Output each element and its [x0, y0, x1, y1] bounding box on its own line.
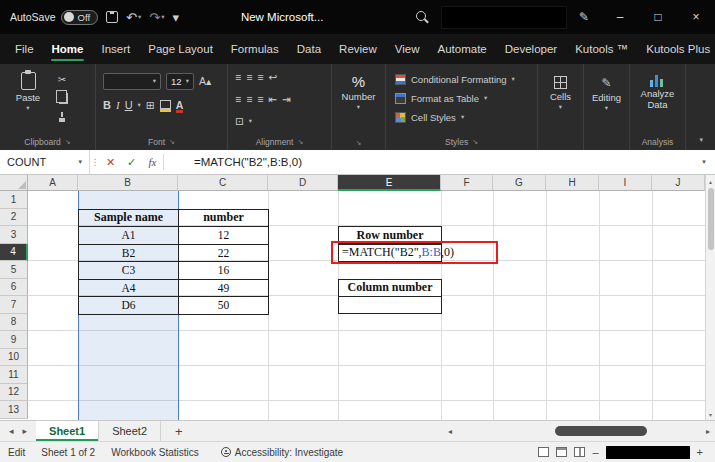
horizontal-scrollbar[interactable]: ◂ ▸	[443, 421, 715, 441]
row-header-8[interactable]: 8	[0, 314, 28, 332]
column-number-header-cell[interactable]: Column number	[338, 279, 442, 297]
table-cell[interactable]: 22	[179, 245, 269, 263]
tab-file[interactable]: File	[6, 34, 43, 64]
analyze-data-button[interactable]: AnalyzeData	[630, 74, 685, 111]
format-as-table-button[interactable]: Format as Table ▾	[395, 93, 487, 104]
save-icon[interactable]	[106, 11, 118, 23]
cancel-button[interactable]: ✕	[100, 150, 121, 174]
column-header-i[interactable]: I	[599, 175, 652, 191]
align-left-icon[interactable]: ≡	[235, 94, 241, 105]
scroll-down-icon[interactable]: ▾	[706, 408, 715, 420]
tab-kutools[interactable]: Kutools ™	[566, 34, 637, 64]
decrease-indent-icon[interactable]: ⇤	[268, 94, 277, 105]
table-cell[interactable]: 50	[179, 297, 269, 315]
chevron-down-icon[interactable]: ▾	[161, 13, 164, 21]
column-header-h[interactable]: H	[546, 175, 599, 191]
customize-qat-icon[interactable]: ▾	[172, 10, 179, 25]
sheet-tab-sheet2[interactable]: Sheet2	[99, 421, 161, 441]
tab-review[interactable]: Review	[330, 34, 386, 64]
name-box[interactable]: COUNT ▾	[0, 150, 90, 174]
chevron-down-icon[interactable]: ▾	[138, 102, 141, 109]
dialog-launcher-icon[interactable]: ↘	[65, 138, 71, 146]
align-top-icon[interactable]: ≡	[235, 72, 241, 83]
wrap-text-icon[interactable]: ↩	[268, 72, 277, 83]
column-header-a[interactable]: A	[28, 175, 78, 191]
tab-data[interactable]: Data	[288, 34, 330, 64]
increase-indent-icon[interactable]: ⇥	[282, 94, 291, 105]
column-header-f[interactable]: F	[441, 175, 493, 191]
formula-input[interactable]: =MATCH("B2",B:B,0)	[164, 150, 693, 174]
minimize-button[interactable]: –	[601, 0, 639, 34]
bold-button[interactable]: B	[103, 100, 111, 111]
row-header-1[interactable]: 1	[0, 191, 28, 209]
scroll-right-icon[interactable]: ▸	[701, 427, 715, 436]
pen-icon[interactable]: ✎	[579, 10, 589, 24]
sheet-tab-sheet1[interactable]: Sheet1	[36, 421, 99, 441]
cut-icon[interactable]: ✂	[58, 74, 66, 85]
accessibility-status[interactable]: Accessibility: Investigate	[207, 447, 343, 458]
column-header-j[interactable]: J	[652, 175, 705, 191]
tab-formulas[interactable]: Formulas	[222, 34, 288, 64]
autosave-toggle[interactable]: AutoSave Off	[10, 10, 98, 25]
insert-function-button[interactable]: fx	[142, 150, 163, 174]
autosave-pill[interactable]: Off	[61, 10, 99, 25]
previous-sheet-icon[interactable]: ◂	[9, 426, 14, 436]
new-sheet-button[interactable]: +	[161, 421, 197, 441]
close-button[interactable]: ×	[677, 0, 715, 34]
column-header-d[interactable]: D	[268, 175, 338, 191]
grow-font-icon[interactable]: A▴	[199, 76, 211, 87]
scroll-left-icon[interactable]: ◂	[443, 427, 457, 436]
cell-styles-button[interactable]: Cell Styles ▾	[395, 112, 464, 123]
tab-developer[interactable]: Developer	[496, 34, 566, 64]
row-header-12[interactable]: 12	[0, 384, 28, 402]
tab-kutools-plus[interactable]: Kutools Plus	[637, 34, 715, 64]
vertical-scrollbar[interactable]: ▴ ▾	[705, 175, 715, 420]
table-cell[interactable]: 16	[179, 262, 269, 280]
row-header-13[interactable]: 13	[0, 401, 28, 419]
column-header-b[interactable]: B	[78, 175, 178, 191]
column-header-g[interactable]: G	[493, 175, 546, 191]
table-cell[interactable]: A1	[79, 227, 179, 245]
table-cell[interactable]: D6	[79, 297, 179, 315]
editing-button[interactable]: ✎ Editing ▾	[584, 76, 629, 112]
row-header-5[interactable]: 5	[0, 261, 28, 279]
maximize-button[interactable]: □	[639, 0, 677, 34]
horizontal-scroll-thumb[interactable]	[555, 426, 647, 436]
row-header-9[interactable]: 9	[0, 331, 28, 349]
align-bottom-icon[interactable]: ≡	[257, 72, 263, 83]
row-header-4[interactable]: 4	[0, 244, 28, 262]
row-header-2[interactable]: 2	[0, 209, 28, 227]
row-header-11[interactable]: 11	[0, 366, 28, 384]
chevron-down-icon[interactable]: ▾	[78, 158, 82, 166]
enter-button[interactable]: ✓	[121, 150, 142, 174]
row-header-6[interactable]: 6	[0, 279, 28, 297]
table-cell[interactable]: 49	[179, 280, 269, 298]
dialog-launcher-icon[interactable]: ↘	[169, 138, 175, 146]
align-middle-icon[interactable]: ≡	[246, 72, 252, 83]
align-right-icon[interactable]: ≡	[257, 94, 263, 105]
align-center-icon[interactable]: ≡	[246, 94, 252, 105]
table-cell[interactable]: 12	[179, 227, 269, 245]
dialog-launcher-icon[interactable]: ↘	[472, 138, 478, 146]
column-number-result-cell[interactable]	[338, 296, 442, 314]
next-sheet-icon[interactable]: ▸	[23, 426, 28, 436]
borders-icon[interactable]: ⊞	[146, 100, 155, 111]
font-name-combobox[interactable]: ▾	[103, 73, 161, 90]
row-header-10[interactable]: 10	[0, 349, 28, 367]
column-header-e[interactable]: E	[338, 175, 441, 191]
tab-automate[interactable]: Automate	[429, 34, 496, 64]
expand-formula-bar-icon[interactable]: ▾	[693, 150, 715, 174]
workbook-statistics-button[interactable]: Workbook Statistics	[103, 447, 207, 458]
paste-button[interactable]: Paste ▾	[8, 72, 48, 112]
select-all-corner[interactable]	[0, 175, 28, 191]
format-painter-icon[interactable]	[57, 112, 67, 124]
copy-icon[interactable]	[59, 93, 68, 104]
conditional-formatting-button[interactable]: Conditional Formatting ▾	[395, 74, 515, 85]
scroll-up-icon[interactable]: ▴	[706, 175, 715, 187]
fill-color-icon[interactable]	[160, 100, 171, 109]
table-header-cell[interactable]: number	[179, 210, 269, 228]
redo-button[interactable]: ↷ ▾	[149, 10, 164, 25]
column-header-c[interactable]: C	[178, 175, 268, 191]
font-color-icon[interactable]: A	[176, 100, 184, 111]
zoom-out-icon[interactable]: –	[592, 447, 598, 458]
